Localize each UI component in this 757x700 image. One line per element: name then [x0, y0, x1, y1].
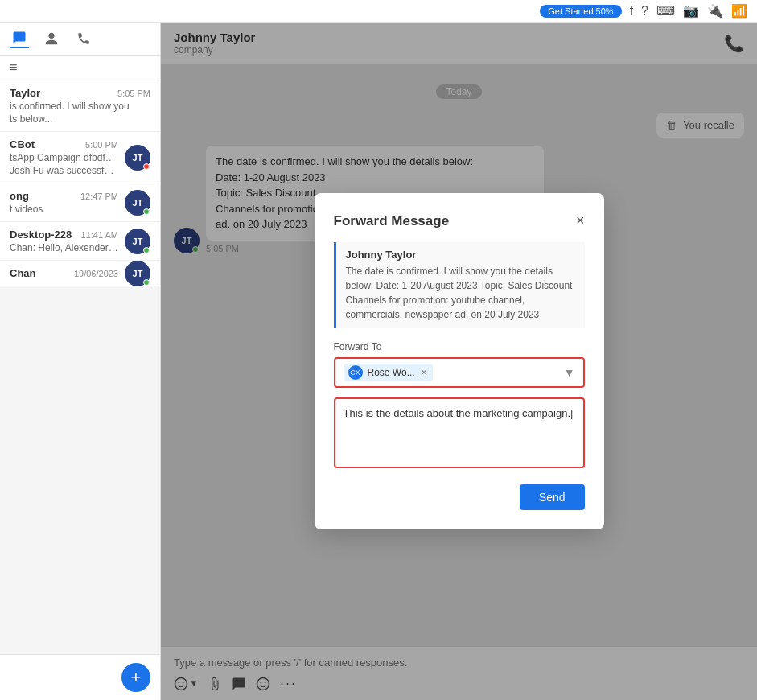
recipient-avatar: CX: [348, 365, 363, 380]
remove-recipient-button[interactable]: ✕: [420, 367, 428, 378]
chat-item-preview2: ts below...: [10, 113, 138, 125]
chat-area: Johnny Taylor company 📞 Today 🗑 You reca…: [161, 23, 757, 700]
sidebar-footer: +: [0, 654, 160, 700]
facebook-icon: f: [630, 4, 633, 19]
avatar: JT: [125, 190, 150, 216]
modal-quote-text: The date is confirmed. I will show you t…: [346, 264, 575, 322]
online-dot: [143, 208, 150, 215]
list-item[interactable]: Chan 19/06/2023 JT: [0, 261, 160, 286]
forward-message-modal: Forward Message × Johnny Taylor The date…: [315, 193, 604, 529]
sidebar-filter[interactable]: ≡: [0, 56, 160, 80]
modal-quote-name: Johnny Taylor: [346, 249, 575, 261]
modal-header: Forward Message ×: [334, 212, 585, 229]
forward-to-label: Forward To: [334, 341, 585, 352]
sidebar-tabs: [0, 23, 160, 56]
send-button[interactable]: Send: [520, 484, 585, 510]
online-dot: [143, 247, 150, 253]
tab-chat[interactable]: [10, 29, 29, 48]
plugin-icon: 🔌: [707, 3, 723, 19]
avatar: JT: [125, 261, 150, 286]
top-bar: Get Started 50% f ? ⌨ 📷 🔌 📶: [0, 0, 757, 23]
signal-icon: 📶: [731, 3, 747, 19]
chat-item-preview: is confirmed. I will show you: [10, 101, 138, 112]
chat-item-name: CBot: [10, 138, 35, 150]
modal-footer: Send: [334, 484, 585, 510]
chat-item-preview: t videos: [10, 204, 118, 215]
help-icon: ?: [641, 4, 648, 19]
online-dot: [143, 163, 150, 170]
modal-quote: Johnny Taylor The date is confirmed. I w…: [334, 242, 585, 328]
chat-item-name: ong: [10, 190, 29, 202]
chat-item-name: Taylor: [10, 87, 40, 99]
add-button[interactable]: +: [121, 663, 150, 692]
avatar: JT: [125, 145, 150, 171]
chat-item-time: 5:05 PM: [117, 89, 150, 98]
keyboard-icon: ⌨: [656, 3, 675, 19]
forward-to-box[interactable]: CX Rose Wo... ✕ ▼: [334, 357, 585, 388]
chat-item-name: Chan: [10, 267, 36, 279]
online-dot: [143, 279, 150, 286]
chat-item-preview2: Josh Fu was successfully ...: [10, 165, 118, 176]
chat-list: Taylor 5:05 PM is confirmed. I will show…: [0, 80, 160, 654]
avatar: JT: [125, 229, 150, 254]
forward-message-textarea[interactable]: This is the details about the marketing …: [334, 397, 585, 468]
modal-close-button[interactable]: ×: [576, 212, 585, 229]
chevron-down-icon[interactable]: ▼: [564, 366, 575, 379]
camera-icon: 📷: [683, 3, 699, 19]
chat-item-name: Desktop-228: [10, 229, 72, 241]
main-layout: ≡ Taylor 5:05 PM is confirmed. I will sh…: [0, 23, 757, 700]
get-started-button[interactable]: Get Started 50%: [540, 5, 621, 18]
chat-item-time: 12:47 PM: [80, 191, 118, 201]
recipient-tag: CX Rose Wo... ✕: [344, 364, 433, 381]
modal-overlay: Forward Message × Johnny Taylor The date…: [161, 23, 757, 700]
chat-item-time: 19/06/2023: [74, 269, 118, 278]
tab-calls[interactable]: [74, 29, 93, 48]
list-item[interactable]: Desktop-228 11:41 AM Chan: Hello, Alexen…: [0, 222, 160, 261]
chat-item-preview: tsApp Campaign dfbdfndfn c: [10, 152, 118, 163]
list-item[interactable]: CBot 5:00 PM tsApp Campaign dfbdfndfn c …: [0, 132, 160, 183]
list-item[interactable]: Taylor 5:05 PM is confirmed. I will show…: [0, 80, 160, 132]
chat-item-time: 11:41 AM: [81, 230, 118, 240]
tab-contacts[interactable]: [42, 29, 61, 48]
modal-title: Forward Message: [334, 213, 450, 229]
sidebar: ≡ Taylor 5:05 PM is confirmed. I will sh…: [0, 23, 161, 700]
recipient-name: Rose Wo...: [368, 367, 415, 378]
chat-item-time: 5:00 PM: [85, 140, 118, 150]
list-item[interactable]: ong 12:47 PM t videos JT: [0, 183, 160, 222]
chat-item-preview: Chan: Hello, Alexender Chan: [10, 242, 118, 253]
